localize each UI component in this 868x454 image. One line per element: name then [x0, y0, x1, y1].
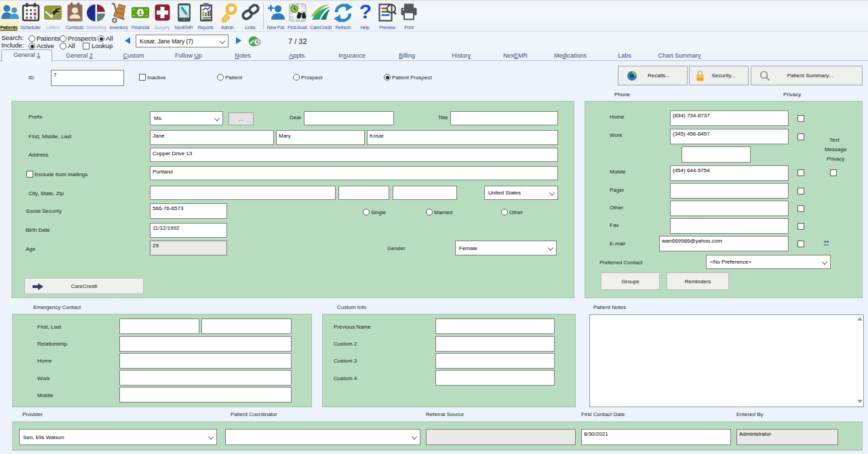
- svg-text:1: 1: [138, 9, 142, 16]
